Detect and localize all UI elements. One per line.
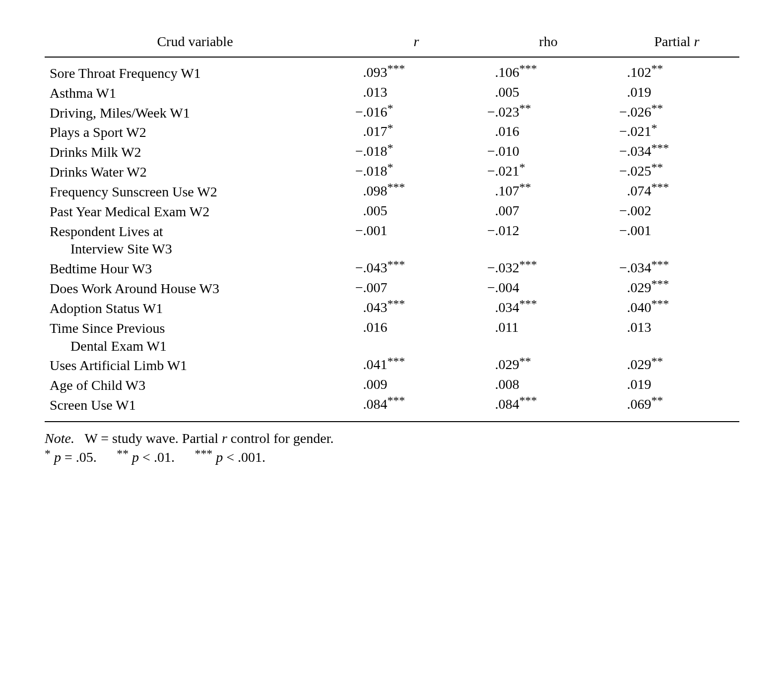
stat-cell: −.007 <box>350 279 482 299</box>
stat-cell: −.021* <box>482 162 614 182</box>
sig-text-3: < .001. <box>223 449 265 465</box>
table-row: Time Since PreviousDental Exam W1.016.01… <box>45 318 739 356</box>
stat-cell: .043*** <box>350 299 482 318</box>
table-row: Plays a Sport W2.017*.016−.021* <box>45 123 739 142</box>
stat-cell: .040*** <box>614 299 739 318</box>
table-row: Driving, Miles/Week W1−.016*−.023**−.026… <box>45 103 739 123</box>
table-row: Past Year Medical Exam W2.005.007−.002 <box>45 202 739 222</box>
stat-cell: .074*** <box>614 182 739 202</box>
table-row: Bedtime Hour W3−.043***−.032***−.034*** <box>45 259 739 279</box>
note-label: Note. <box>45 431 74 446</box>
stat-cell: .029** <box>614 356 739 376</box>
stat-cell: .029*** <box>614 279 739 299</box>
stat-cell: −.010 <box>482 142 614 162</box>
stat-cell: .084*** <box>482 395 614 422</box>
table-row: Age of Child W3.009.008.019 <box>45 376 739 395</box>
stat-cell: −.004 <box>482 279 614 299</box>
stat-cell: .019 <box>614 376 739 395</box>
header-partial-r: Partial r <box>614 30 739 57</box>
note-text-2: control for gender. <box>227 431 334 446</box>
variable-name: Age of Child W3 <box>45 376 350 395</box>
stat-cell: −.018* <box>350 142 482 162</box>
table-row: Frequency Sunscreen Use W2.098***.107**.… <box>45 182 739 202</box>
stat-cell: .034*** <box>482 299 614 318</box>
table-row: Drinks Milk W2−.018*−.010−.034*** <box>45 142 739 162</box>
variable-name: Drinks Milk W2 <box>45 142 350 162</box>
stat-cell: −.021* <box>614 123 739 142</box>
stat-cell: .013 <box>350 83 482 103</box>
stat-cell: .008 <box>482 376 614 395</box>
stat-cell: −.012 <box>482 222 614 259</box>
stat-cell: .029** <box>482 356 614 376</box>
variable-name: Uses Artificial Limb W1 <box>45 356 350 376</box>
stat-cell: −.001 <box>350 222 482 259</box>
stat-cell: −.032*** <box>482 259 614 279</box>
stat-cell: .041*** <box>350 356 482 376</box>
stat-cell: −.002 <box>614 202 739 222</box>
stat-cell: −.023** <box>482 103 614 123</box>
stat-cell: .106*** <box>482 57 614 83</box>
variable-name: Past Year Medical Exam W2 <box>45 202 350 222</box>
variable-name: Plays a Sport W2 <box>45 123 350 142</box>
table-row: Uses Artificial Limb W1.041***.029**.029… <box>45 356 739 376</box>
variable-name: Respondent Lives atInterview Site W3 <box>45 222 350 259</box>
stat-cell: .019 <box>614 83 739 103</box>
variable-name: Driving, Miles/Week W1 <box>45 103 350 123</box>
sig-text-1: = .05. <box>61 449 97 465</box>
variable-name: Asthma W1 <box>45 83 350 103</box>
table-row: Does Work Around House W3−.007−.004.029*… <box>45 279 739 299</box>
table-row: Respondent Lives atInterview Site W3−.00… <box>45 222 739 259</box>
stat-cell: −.018* <box>350 162 482 182</box>
stat-cell: −.034*** <box>614 259 739 279</box>
stat-cell: .016 <box>350 318 482 356</box>
stat-cell: −.025** <box>614 162 739 182</box>
sig-p-1: p <box>54 449 61 465</box>
variable-name: Frequency Sunscreen Use W2 <box>45 182 350 202</box>
variable-name: Screen Use W1 <box>45 395 350 422</box>
stat-cell: .069** <box>614 395 739 422</box>
stat-cell: −.001 <box>614 222 739 259</box>
stat-cell: .107** <box>482 182 614 202</box>
stat-cell: .005 <box>482 83 614 103</box>
stat-cell: −.016* <box>350 103 482 123</box>
table-row: Adoption Status W1.043***.034***.040*** <box>45 299 739 318</box>
correlation-table: Crud variable r rho Partial r Sore Throa… <box>45 30 739 422</box>
stat-cell: .017* <box>350 123 482 142</box>
variable-name: Adoption Status W1 <box>45 299 350 318</box>
stat-cell: .084*** <box>350 395 482 422</box>
stat-cell: .093*** <box>350 57 482 83</box>
stat-cell: .011 <box>482 318 614 356</box>
stat-cell: .102** <box>614 57 739 83</box>
stat-cell: .098*** <box>350 182 482 202</box>
table-row: Drinks Water W2−.018*−.021*−.025** <box>45 162 739 182</box>
sig-p-2: p <box>132 449 139 465</box>
header-variable: Crud variable <box>45 30 350 57</box>
stat-cell: .005 <box>350 202 482 222</box>
stat-cell: .009 <box>350 376 482 395</box>
note-text-1: W = study wave. Partial <box>84 431 222 446</box>
header-r: r <box>350 30 482 57</box>
table-row: Sore Throat Frequency W1.093***.106***.1… <box>45 57 739 83</box>
variable-name: Does Work Around House W3 <box>45 279 350 299</box>
stat-cell: .007 <box>482 202 614 222</box>
table-footnote: Note. W = study wave. Partial r control … <box>45 429 739 467</box>
stat-cell: .013 <box>614 318 739 356</box>
table-row: Screen Use W1.084***.084***.069** <box>45 395 739 422</box>
sig-p-3: p <box>216 449 223 465</box>
table-row: Asthma W1.013.005.019 <box>45 83 739 103</box>
note-r-italic: r <box>222 431 227 446</box>
variable-name: Drinks Water W2 <box>45 162 350 182</box>
stat-cell: −.034*** <box>614 142 739 162</box>
header-rho: rho <box>482 30 614 57</box>
table-body: Sore Throat Frequency W1.093***.106***.1… <box>45 57 739 422</box>
sig-text-2: < .01. <box>139 449 175 465</box>
variable-name: Time Since PreviousDental Exam W1 <box>45 318 350 356</box>
stat-cell: −.026** <box>614 103 739 123</box>
sig-mark-2: ** <box>117 447 129 460</box>
variable-name: Bedtime Hour W3 <box>45 259 350 279</box>
sig-mark-3: *** <box>195 447 212 460</box>
variable-name: Sore Throat Frequency W1 <box>45 57 350 83</box>
sig-mark-1: * <box>45 447 51 460</box>
stat-cell: −.043*** <box>350 259 482 279</box>
stat-cell: .016 <box>482 123 614 142</box>
